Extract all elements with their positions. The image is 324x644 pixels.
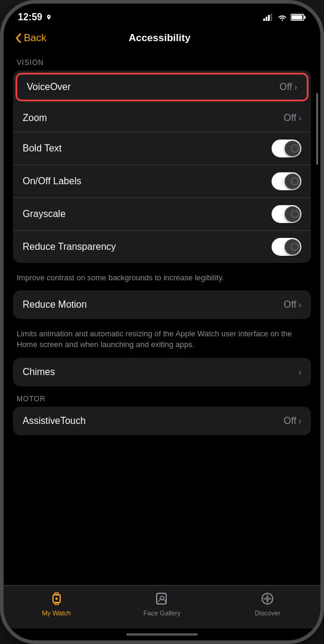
page-title: Accessibility [46,32,273,44]
voiceover-row[interactable]: VoiceOver Off › [15,73,309,101]
onoff-labels-toggle[interactable] [272,172,301,190]
status-time: 12:59 [18,12,52,23]
grayscale-row[interactable]: Grayscale [13,198,311,231]
phone-frame: 12:59 [0,0,324,644]
onoff-labels-row[interactable]: On/Off Labels [13,165,311,198]
signal-icon [263,14,274,21]
svg-point-10 [55,597,58,600]
assistive-touch-chevron-icon: › [298,416,301,426]
back-chevron-icon [15,33,21,43]
reduce-motion-label: Reduce Motion [23,299,284,310]
svg-rect-5 [304,16,306,19]
grayscale-toggle[interactable] [272,205,301,223]
battery-icon [291,14,306,21]
vision-group: VoiceOver Off › Zoom Off › Bold Text [13,70,311,263]
my-watch-label: My Watch [42,609,71,617]
motion-description: Limits animation and automatic resizing … [13,324,311,357]
wifi-icon [278,14,287,21]
zoom-chevron-icon: › [298,113,301,123]
voiceover-value: Off [279,82,292,92]
chimes-group: Chimes › [13,358,311,386]
svg-rect-1 [266,17,267,21]
voiceover-chevron-icon: › [294,82,297,92]
chimes-chevron-icon: › [298,367,301,377]
back-button[interactable]: Back [15,32,46,44]
vision-section-label: VISION [17,58,307,67]
face-gallery-icon [154,590,170,607]
vision-description: Improve contrast on some backgrounds to … [13,268,311,290]
back-label: Back [24,32,46,44]
reduce-motion-value: Off [284,299,296,310]
reduce-motion-row[interactable]: Reduce Motion Off › [13,290,311,319]
motor-group: AssistiveTouch Off › [13,407,311,435]
svg-rect-6 [291,16,302,20]
assistive-touch-label: AssistiveTouch [23,416,284,426]
svg-rect-3 [270,14,272,21]
time-display: 12:59 [18,12,42,23]
svg-point-14 [267,598,269,600]
reduce-motion-group: Reduce Motion Off › [13,290,311,319]
bold-text-label: Bold Text [23,143,272,154]
discover-label: Discover [255,609,281,617]
reduce-transparency-label: Reduce Transparency [23,242,272,252]
phone-screen: 12:59 [4,4,320,640]
nav-bar: Back Accessibility [4,26,320,50]
bold-text-row[interactable]: Bold Text [13,132,311,165]
tab-discover[interactable]: Discover [215,590,320,617]
assistive-touch-row[interactable]: AssistiveTouch Off › [13,407,311,435]
reduce-transparency-toggle[interactable] [272,238,301,256]
content-area: VISION VoiceOver Off › Zoom Off › [4,50,320,440]
notch [120,4,204,20]
toggle-circle [291,144,299,153]
toggle-circle-2 [291,177,299,185]
onoff-labels-label: On/Off Labels [23,176,272,187]
svg-rect-0 [263,18,265,21]
discover-icon [259,590,276,607]
tab-face-gallery[interactable]: Face Gallery [109,590,214,617]
face-gallery-label: Face Gallery [144,609,180,617]
status-icons [263,14,306,21]
tab-my-watch[interactable]: My Watch [4,590,109,617]
svg-rect-11 [157,593,166,604]
scroll-thumb [316,93,318,165]
zoom-label: Zoom [23,113,284,123]
voiceover-label: VoiceOver [27,82,279,92]
reduce-motion-chevron-icon: › [298,300,301,309]
zoom-value: Off [284,113,296,123]
home-bar [126,633,198,636]
grayscale-label: Grayscale [23,209,272,219]
chimes-row[interactable]: Chimes › [13,358,311,386]
assistive-touch-value: Off [284,416,296,426]
toggle-circle-4 [291,243,299,251]
zoom-row[interactable]: Zoom Off › [13,104,311,132]
bold-text-toggle[interactable] [272,140,301,157]
reduce-transparency-row[interactable]: Reduce Transparency [13,231,311,263]
svg-rect-2 [268,15,270,21]
my-watch-icon [48,590,65,607]
toggle-circle-3 [291,210,299,218]
chimes-label: Chimes [23,367,298,377]
scroll-content[interactable]: VISION VoiceOver Off › Zoom Off › [4,50,320,585]
tab-bar: My Watch Face Gallery [4,585,320,628]
motor-section-label: MOTOR [17,395,307,403]
home-indicator [4,628,320,640]
location-icon [46,14,52,20]
